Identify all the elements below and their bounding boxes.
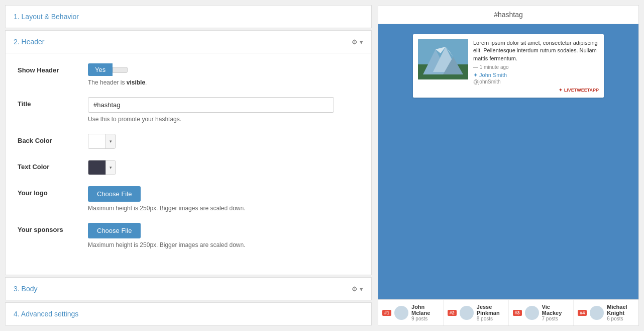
- livetweetapp-brand: ✦ LIVETWEETAPP: [559, 88, 599, 93]
- leader-info: Michael Knight 6 posts: [607, 304, 634, 321]
- logo-control: Choose File Maximum height is 250px. Big…: [88, 186, 359, 212]
- leader-info: Jesse Pinkman 8 posts: [477, 304, 504, 321]
- preview-panel: #hashtag Lorem ipsum dolor sit amet, con…: [378, 5, 639, 326]
- text-color-arrow[interactable]: ▾: [105, 160, 115, 175]
- section-body-link[interactable]: 3. Body: [14, 285, 37, 293]
- preview-card-body-text: Lorem ipsum dolor sit amet, consectetur …: [473, 39, 599, 62]
- back-color-arrow[interactable]: ▾: [105, 134, 115, 148]
- chevron-down-icon: ▾: [360, 38, 363, 46]
- leader-item: #2 Jesse Pinkman 8 posts: [444, 300, 509, 325]
- leader-avatar: [590, 306, 604, 320]
- helper-suffix: .: [145, 79, 147, 86]
- back-color-control: ▾: [88, 134, 359, 149]
- title-control: Use this to promote your hashtags.: [88, 97, 359, 123]
- title-row: Title Use this to promote your hashtags.: [18, 97, 359, 123]
- title-input[interactable]: [88, 97, 334, 113]
- left-panel: 1. Layout & Behavior 2. Header ⚙ ▾ Show …: [5, 5, 372, 326]
- leader-avatar: [394, 306, 408, 320]
- leader-posts: 9 posts: [411, 316, 439, 321]
- leader-avatar: [460, 306, 474, 320]
- logo-choose-file-button[interactable]: Choose File: [88, 186, 141, 202]
- section-header-gear[interactable]: ⚙ ▾: [352, 38, 363, 46]
- twitter-bird-icon: ✦: [473, 72, 479, 78]
- section-header-container: 2. Header ⚙ ▾ Show Header Yes The header…: [5, 30, 372, 275]
- section-advanced-header[interactable]: 4. Advanced settings: [5, 302, 372, 325]
- section-body-gear[interactable]: ⚙ ▾: [352, 285, 363, 293]
- leader-name: Jesse Pinkman: [477, 304, 504, 316]
- sponsors-helper: Maximum height is 250px. Bigger images a…: [88, 241, 359, 249]
- leader-info: Vic Mackey 7 posts: [542, 304, 570, 321]
- title-label: Title: [18, 97, 88, 108]
- preview-card-author: ✦ John Smith @johnSmith: [473, 72, 599, 85]
- leader-item: #3 Vic Mackey 7 posts: [509, 300, 574, 325]
- show-header-label: Show Header: [18, 63, 88, 74]
- preview-card-footer: ✦ LIVETWEETAPP: [473, 88, 599, 93]
- body-gear-icon: ⚙: [352, 285, 358, 293]
- toggle-no-button[interactable]: [113, 67, 128, 73]
- back-color-row: Back Color ▾: [18, 134, 359, 149]
- sponsors-choose-file-button[interactable]: Choose File: [88, 223, 141, 238]
- sponsors-control: Choose File Maximum height is 250px. Big…: [88, 223, 359, 249]
- gear-icon: ⚙: [352, 38, 358, 46]
- preview-blue-bg: Lorem ipsum dolor sit amet, consectetur …: [378, 24, 638, 299]
- show-header-row: Show Header Yes The header is visible.: [18, 63, 359, 86]
- section-layout-link[interactable]: 1. Layout & Behavior: [14, 13, 79, 21]
- text-color-swatch[interactable]: [88, 160, 105, 175]
- leader-posts: 6 posts: [607, 316, 634, 321]
- helper-bold: visible: [127, 79, 145, 86]
- toggle-yes-button[interactable]: Yes: [88, 63, 113, 76]
- sponsors-row: Your sponsors Choose File Maximum height…: [18, 223, 359, 249]
- leader-badge: #3: [513, 310, 522, 316]
- preview-card-content: Lorem ipsum dolor sit amet, consectetur …: [473, 39, 599, 93]
- section-header-title-bar[interactable]: 2. Header ⚙ ▾: [5, 30, 372, 53]
- author-handle: @johnSmith: [473, 79, 501, 85]
- leaderboard-bar: #1 John Mclane 9 posts #2 Jesse Pinkman …: [378, 299, 638, 325]
- preview-tweet-card: Lorem ipsum dolor sit amet, consectetur …: [413, 34, 604, 98]
- leader-info: John Mclane 9 posts: [411, 304, 439, 321]
- show-header-helper: The header is visible.: [88, 79, 359, 86]
- show-header-control: Yes The header is visible.: [88, 63, 359, 86]
- leader-badge: #4: [578, 310, 587, 316]
- section-header-body: Show Header Yes The header is visible. T…: [5, 53, 372, 275]
- title-helper: Use this to promote your hashtags.: [88, 116, 359, 123]
- logo-label: Your logo: [18, 186, 88, 197]
- leader-name: Michael Knight: [607, 304, 634, 316]
- leader-avatar: [525, 306, 539, 320]
- section-header-link[interactable]: 2. Header: [14, 38, 44, 46]
- logo-helper: Maximum height is 250px. Bigger images a…: [88, 205, 359, 212]
- back-color-swatch[interactable]: [88, 134, 105, 148]
- leader-name: John Mclane: [411, 304, 439, 316]
- section-layout-header[interactable]: 1. Layout & Behavior: [5, 5, 372, 28]
- helper-prefix: The header is: [88, 79, 127, 86]
- text-color-control: ▾: [88, 160, 359, 175]
- body-chevron-icon: ▾: [360, 285, 363, 293]
- text-color-picker[interactable]: ▾: [88, 160, 116, 175]
- toggle-group: Yes: [88, 63, 359, 76]
- logo-row: Your logo Choose File Maximum height is …: [18, 186, 359, 212]
- leader-name: Vic Mackey: [542, 304, 570, 316]
- back-color-picker[interactable]: ▾: [88, 134, 116, 149]
- section-advanced-link[interactable]: 4. Advanced settings: [14, 310, 78, 318]
- mountain-svg: [418, 39, 468, 79]
- text-color-label: Text Color: [18, 160, 88, 171]
- sponsors-label: Your sponsors: [18, 223, 88, 233]
- leader-item: #4 Michael Knight 6 posts: [574, 300, 638, 325]
- leader-posts: 7 posts: [542, 316, 570, 321]
- section-body-header[interactable]: 3. Body ⚙ ▾: [5, 277, 372, 300]
- preview-card-image: [418, 39, 468, 79]
- author-name: John Smith: [479, 72, 507, 78]
- preview-card-meta: — 1 minute ago: [473, 64, 599, 70]
- leader-badge: #1: [382, 310, 391, 316]
- leader-posts: 8 posts: [477, 316, 504, 321]
- preview-title: #hashtag: [378, 6, 638, 24]
- leader-item: #1 John Mclane 9 posts: [378, 300, 444, 325]
- leader-badge: #2: [448, 310, 457, 316]
- text-color-row: Text Color ▾: [18, 160, 359, 175]
- back-color-label: Back Color: [18, 134, 88, 144]
